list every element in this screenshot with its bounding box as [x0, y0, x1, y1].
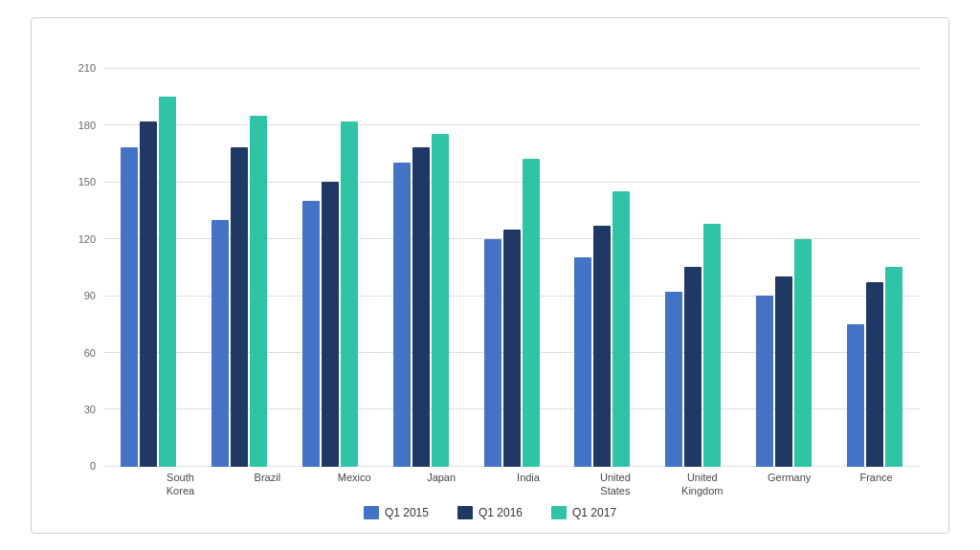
country-group [648, 68, 739, 467]
bar-bar-q1-2017 [703, 224, 721, 467]
chart-title [51, 37, 929, 58]
country-group [738, 68, 829, 467]
bar-bar-q1-2016 [322, 182, 339, 467]
bar-bar-q1-2015 [302, 201, 320, 467]
bars-area [103, 68, 920, 467]
x-axis-label: France [833, 471, 920, 498]
bar-bar-q1-2017 [612, 191, 630, 467]
x-axis-label: India [485, 471, 572, 498]
x-axis-label: UnitedKingdom [658, 471, 746, 498]
y-axis-label [51, 68, 70, 498]
bar-bar-q1-2017 [523, 159, 540, 467]
bar-bar-q1-2015 [574, 257, 591, 466]
bar-bar-q1-2017 [885, 267, 902, 467]
country-group [194, 68, 285, 467]
country-group [285, 68, 376, 467]
grid-line-label: 180 [67, 120, 96, 131]
bar-bar-q1-2015 [756, 296, 773, 467]
bar-bar-q1-2016 [503, 230, 521, 467]
bar-bar-q1-2016 [593, 226, 611, 467]
grid-line-label: 30 [67, 404, 96, 415]
bar-bar-q1-2016 [684, 267, 702, 467]
bar-bar-q1-2015 [393, 163, 411, 467]
bar-bar-q1-2015 [212, 220, 229, 467]
x-axis-label: Brazil [224, 471, 311, 498]
chart-area: 2101801501209060300 SouthKoreaBrazilMexi… [51, 68, 929, 498]
bar-bar-q1-2017 [341, 121, 358, 467]
country-group [466, 68, 557, 467]
bar-bar-q1-2015 [484, 239, 501, 467]
legend-color-q1-2016 [457, 506, 473, 519]
country-group [829, 68, 920, 467]
legend-item-q1-2015: Q1 2015 [364, 506, 429, 519]
legend-label-q1-2015: Q1 2015 [385, 506, 429, 519]
bar-bar-q1-2017 [794, 239, 812, 467]
bar-bar-q1-2015 [121, 147, 138, 467]
x-axis-label: SouthKorea [137, 471, 224, 498]
chart-inner: 2101801501209060300 SouthKoreaBrazilMexi… [70, 68, 929, 498]
legend-color-q1-2015 [364, 506, 379, 519]
bar-bar-q1-2016 [775, 276, 792, 467]
x-axis-label: Japan [398, 471, 485, 498]
country-group [103, 68, 194, 467]
grid-line-label: 60 [67, 347, 96, 359]
x-axis-labels: SouthKoreaBrazilMexicoJapanIndiaUnitedSt… [137, 471, 920, 498]
grid-line-label: 120 [67, 233, 96, 245]
legend-label-q1-2017: Q1 2017 [572, 506, 616, 519]
legend-label-q1-2016: Q1 2016 [479, 506, 523, 519]
bar-bar-q1-2016 [412, 147, 430, 467]
bar-bar-q1-2017 [432, 134, 449, 467]
x-axis-label: Mexico [311, 471, 398, 498]
country-group [375, 68, 466, 467]
bar-bar-q1-2016 [140, 121, 157, 467]
grid-line-label: 150 [67, 176, 96, 187]
grid-line-label: 210 [67, 62, 96, 74]
x-axis-label: UnitedStates [571, 471, 658, 498]
bar-bar-q1-2015 [665, 292, 682, 467]
grid-line-label: 90 [67, 290, 96, 301]
legend-item-q1-2016: Q1 2016 [457, 506, 523, 519]
bar-bar-q1-2017 [250, 116, 267, 467]
grid-and-bars: 2101801501209060300 [103, 68, 920, 467]
bar-bar-q1-2016 [231, 147, 248, 467]
bar-bar-q1-2017 [159, 97, 176, 467]
legend-item-q1-2017: Q1 2017 [551, 506, 616, 519]
chart-container: 2101801501209060300 SouthKoreaBrazilMexi… [31, 17, 949, 534]
bar-bar-q1-2015 [847, 324, 864, 467]
legend-color-q1-2017 [551, 506, 567, 519]
x-axis-label: Germany [746, 471, 833, 498]
bar-bar-q1-2016 [866, 282, 883, 467]
grid-line-label: 0 [67, 460, 96, 472]
country-group [557, 68, 648, 467]
legend: Q1 2015Q1 2016Q1 2017 [51, 506, 929, 523]
